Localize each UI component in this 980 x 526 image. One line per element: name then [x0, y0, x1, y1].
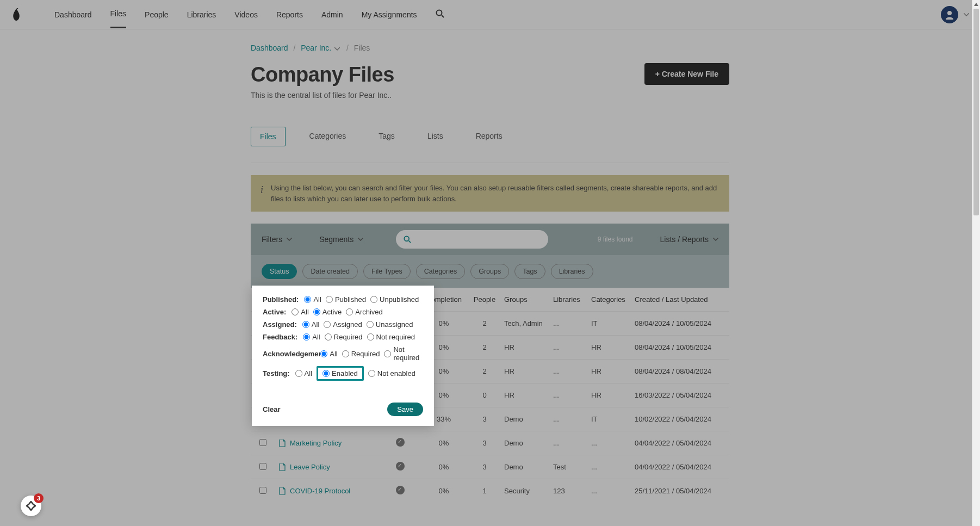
- filter-option-archived[interactable]: Archived: [346, 308, 383, 316]
- status-filter-panel: Published:AllPublishedUnpublishedActive:…: [252, 286, 434, 426]
- file-name[interactable]: Leave Policy: [279, 463, 378, 471]
- filters-button[interactable]: Filters: [262, 235, 292, 244]
- tab-files[interactable]: Files: [251, 127, 286, 146]
- filter-option-published[interactable]: Published: [326, 295, 366, 304]
- filter-option-active[interactable]: Active: [313, 308, 342, 316]
- tab-tags[interactable]: Tags: [370, 127, 404, 146]
- filter-option-all[interactable]: All: [295, 369, 312, 378]
- groups-cell: Demo: [501, 415, 550, 423]
- svg-point-2: [947, 11, 952, 15]
- published-icon: [396, 438, 405, 447]
- chip-categories[interactable]: Categories: [416, 264, 465, 279]
- svg-line-4: [409, 241, 411, 243]
- nav-my-assignments[interactable]: My Assignments: [362, 2, 417, 28]
- libraries-cell: ...: [550, 391, 588, 399]
- row-checkbox[interactable]: [259, 463, 266, 470]
- search-input-wrap[interactable]: [396, 230, 548, 249]
- dates-cell: 08/04/2024 / 10/05/2024: [631, 319, 724, 327]
- filter-option-not-required[interactable]: Not required: [367, 333, 415, 341]
- info-icon: i: [260, 183, 263, 204]
- categories-cell: HR: [588, 367, 631, 375]
- people-cell: 0: [468, 391, 501, 399]
- nav-reports[interactable]: Reports: [276, 2, 303, 28]
- filter-option-unassigned[interactable]: Unassigned: [367, 320, 413, 329]
- chevron-down-icon[interactable]: [334, 47, 340, 51]
- filter-label: Published:: [263, 295, 299, 304]
- file-name[interactable]: Marketing Policy: [279, 439, 378, 447]
- scrollbar[interactable]: [972, 0, 980, 526]
- scroll-up-icon[interactable]: [972, 0, 980, 9]
- chevron-down-icon[interactable]: [964, 13, 969, 16]
- breadcrumb-root[interactable]: Dashboard: [251, 44, 288, 52]
- libraries-cell: ...: [550, 439, 588, 447]
- filter-option-all[interactable]: All: [302, 320, 319, 329]
- groups-cell: Tech, Admin: [501, 319, 550, 327]
- chip-file-types[interactable]: File Types: [363, 264, 411, 279]
- filter-row-testing: Testing:AllEnabledNot enabled: [263, 366, 423, 381]
- nav-libraries[interactable]: Libraries: [187, 2, 216, 28]
- categories-cell: ...: [588, 463, 631, 471]
- filter-option-enabled[interactable]: Enabled: [317, 366, 364, 381]
- chip-groups[interactable]: Groups: [470, 264, 509, 279]
- categories-cell: HR: [588, 343, 631, 351]
- segments-button[interactable]: Segments: [319, 235, 363, 244]
- libraries-cell: ...: [550, 343, 588, 351]
- nav-people[interactable]: People: [145, 2, 169, 28]
- chip-date-created[interactable]: Date created: [302, 264, 358, 279]
- nav-files[interactable]: Files: [110, 1, 127, 28]
- chip-tags[interactable]: Tags: [514, 264, 545, 279]
- dates-cell: 04/04/2022 / 05/04/2024: [631, 463, 724, 471]
- filter-option-not-required[interactable]: Not required: [384, 345, 423, 362]
- tab-lists[interactable]: Lists: [419, 127, 452, 146]
- tabs: FilesCategoriesTagsListsReports: [251, 127, 729, 146]
- tab-reports[interactable]: Reports: [467, 127, 511, 146]
- filter-option-all[interactable]: All: [320, 350, 337, 358]
- nav-dashboard[interactable]: Dashboard: [54, 2, 92, 28]
- filter-option-assigned[interactable]: Assigned: [324, 320, 362, 329]
- avatar[interactable]: [941, 6, 958, 23]
- libraries-cell: Test: [550, 463, 588, 471]
- table-row[interactable]: Leave Policy 0% 3 Demo Test ... 04/04/20…: [251, 455, 729, 479]
- clear-button[interactable]: Clear: [263, 405, 281, 413]
- dates-cell: 16/03/2022 / 05/04/2024: [631, 391, 724, 399]
- file-name[interactable]: COVID-19 Protocol: [279, 487, 378, 495]
- notification-bubble[interactable]: 3: [21, 496, 41, 516]
- create-file-button[interactable]: + Create New File: [644, 63, 729, 85]
- filter-row-feedback: Feedback:AllRequiredNot required: [263, 333, 423, 341]
- tab-categories[interactable]: Categories: [301, 127, 355, 146]
- search-icon[interactable]: [436, 9, 444, 20]
- filter-row-acknowledgement: Acknowledgement:AllRequiredNot required: [263, 345, 423, 362]
- svg-point-3: [404, 236, 409, 241]
- save-button[interactable]: Save: [387, 403, 423, 416]
- breadcrumb-company[interactable]: Pear Inc.: [301, 44, 331, 52]
- page-subtitle: This is the central list of files for Pe…: [251, 91, 729, 100]
- chip-status[interactable]: Status: [262, 264, 297, 279]
- completion-cell: 0%: [419, 487, 468, 495]
- groups-cell: Demo: [501, 463, 550, 471]
- breadcrumb: Dashboard / Pear Inc. / Files: [251, 44, 729, 52]
- completion-cell: 0%: [419, 463, 468, 471]
- categories-cell: IT: [588, 415, 631, 423]
- scroll-thumb[interactable]: [973, 9, 979, 215]
- svg-point-0: [436, 10, 442, 16]
- nav-videos[interactable]: Videos: [234, 2, 258, 28]
- lists-reports-button[interactable]: Lists / Reports: [660, 235, 718, 244]
- filter-option-required[interactable]: Required: [342, 350, 380, 358]
- content: Dashboard / Pear Inc. / Files Company Fi…: [251, 29, 729, 526]
- table-row[interactable]: Marketing Policy 0% 3 Demo ... ... 04/04…: [251, 431, 729, 455]
- chip-libraries[interactable]: Libraries: [551, 264, 593, 279]
- row-checkbox[interactable]: [259, 487, 266, 494]
- filter-option-all[interactable]: All: [304, 295, 321, 304]
- filter-option-all[interactable]: All: [291, 308, 308, 316]
- filter-option-required[interactable]: Required: [325, 333, 363, 341]
- nav-admin[interactable]: Admin: [321, 2, 343, 28]
- filter-chips: StatusDate createdFile TypesCategoriesGr…: [251, 255, 729, 288]
- search-input[interactable]: [411, 236, 541, 244]
- filter-option-all[interactable]: All: [303, 333, 320, 341]
- filter-option-unpublished[interactable]: Unpublished: [370, 295, 419, 304]
- categories-cell: IT: [588, 319, 631, 327]
- categories-cell: ...: [588, 439, 631, 447]
- table-row[interactable]: COVID-19 Protocol 0% 1 Security 123 ... …: [251, 479, 729, 503]
- row-checkbox[interactable]: [259, 439, 266, 446]
- filter-option-not-enabled[interactable]: Not enabled: [368, 369, 415, 378]
